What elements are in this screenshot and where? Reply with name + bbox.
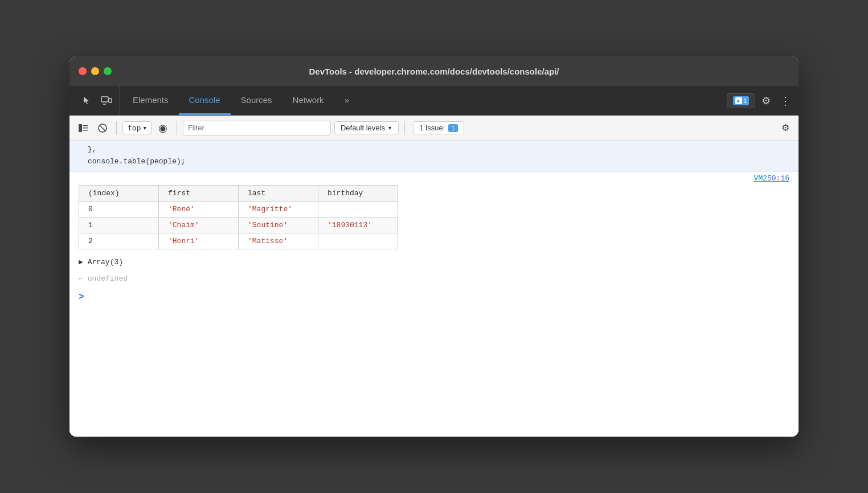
svg-rect-6	[83, 125, 88, 126]
vm-link[interactable]: VM250:16	[69, 172, 799, 185]
console-table: (index) first last birthday 0 'René' 'Ma…	[79, 185, 398, 249]
show-sidebar-button[interactable]	[75, 120, 91, 136]
issues-tab-button[interactable]: ■ 1	[727, 93, 755, 108]
array-expand[interactable]: ▶ Array(3)	[69, 254, 799, 270]
console-toolbar: top ▼ ◉ Default levels ▼ 1 Issue: 1 ⚙	[69, 116, 799, 141]
tab-elements[interactable]: Elements	[122, 86, 179, 115]
cell-last-1: 'Soutine'	[239, 217, 318, 233]
undefined-line: ← undefined	[69, 270, 799, 287]
table-row: 2 'Henri' 'Matisse'	[79, 233, 398, 249]
device-icon[interactable]	[98, 92, 115, 109]
tab-sources[interactable]: Sources	[231, 86, 282, 115]
console-prompt[interactable]: >	[69, 287, 799, 307]
col-header-last: last	[239, 185, 318, 201]
svg-rect-1	[109, 98, 112, 102]
cell-index-2: 2	[79, 233, 159, 249]
cell-last-2: 'Matisse'	[239, 233, 318, 249]
filter-input[interactable]	[183, 121, 331, 135]
eye-icon-button[interactable]: ◉	[155, 120, 171, 136]
cell-index-0: 0	[79, 201, 159, 217]
close-button[interactable]	[79, 67, 87, 75]
cell-birthday-0	[318, 201, 398, 217]
tab-console[interactable]: Console	[179, 86, 231, 115]
svg-rect-0	[101, 97, 108, 102]
tab-network[interactable]: Network	[282, 86, 334, 115]
cell-birthday-2	[318, 233, 398, 249]
table-row: 1 'Chaim' 'Soutine' '18930113'	[79, 217, 398, 233]
default-levels-button[interactable]: Default levels ▼	[334, 121, 399, 134]
cell-birthday-1: '18930113'	[318, 217, 398, 233]
cell-first-1: 'Chaim'	[159, 217, 239, 233]
svg-rect-5	[79, 124, 82, 132]
console-settings-icon[interactable]: ⚙	[778, 121, 793, 135]
tab-bar: Elements Console Sources Network » ■ 1 ⚙	[69, 86, 799, 116]
code-line-2: console.table(people);	[88, 156, 789, 168]
svg-rect-8	[83, 130, 88, 131]
title-bar: DevTools - developer.chrome.com/docs/dev…	[69, 56, 799, 86]
svg-line-10	[100, 125, 105, 131]
issues-button[interactable]: 1 Issue: 1	[413, 121, 464, 134]
cell-index-1: 1	[79, 217, 159, 233]
minimize-button[interactable]	[91, 67, 99, 75]
window-title: DevTools - developer.chrome.com/docs/dev…	[309, 67, 559, 76]
col-header-first: first	[159, 185, 239, 201]
cell-first-2: 'Henri'	[159, 233, 239, 249]
code-line-1: },	[88, 144, 789, 156]
cell-last-0: 'Magritte'	[239, 201, 318, 217]
col-header-birthday: birthday	[318, 185, 398, 201]
issues-badge: ■ 1	[733, 96, 749, 105]
divider-3	[404, 121, 405, 135]
prompt-chevron-icon: >	[79, 292, 84, 302]
table-row: 0 'René' 'Magritte'	[79, 201, 398, 217]
tab-more[interactable]: »	[334, 86, 359, 115]
devtools-window: DevTools - developer.chrome.com/docs/dev…	[69, 56, 799, 437]
issues-count-badge: 1	[448, 124, 457, 132]
settings-gear-icon[interactable]: ⚙	[758, 92, 775, 109]
tab-bar-right: ■ 1 ⚙ ⋮	[727, 86, 794, 115]
cursor-icon[interactable]	[79, 92, 96, 109]
console-output: }, console.table(people); VM250:16 (inde…	[69, 141, 799, 437]
svg-text:■: ■	[737, 98, 740, 104]
cell-first-0: 'René'	[159, 201, 239, 217]
svg-rect-7	[83, 128, 88, 129]
divider-1	[116, 121, 117, 135]
more-options-icon[interactable]: ⋮	[777, 92, 794, 109]
devtools-icons	[74, 86, 120, 115]
col-header-index: (index)	[79, 185, 159, 201]
clear-console-button[interactable]	[95, 120, 110, 136]
return-arrow-icon: ←	[79, 274, 83, 283]
maximize-button[interactable]	[104, 67, 112, 75]
divider-2	[177, 121, 177, 135]
context-selector[interactable]: top ▼	[122, 121, 152, 134]
code-block: }, console.table(people);	[69, 141, 799, 172]
traffic-lights	[79, 67, 112, 75]
